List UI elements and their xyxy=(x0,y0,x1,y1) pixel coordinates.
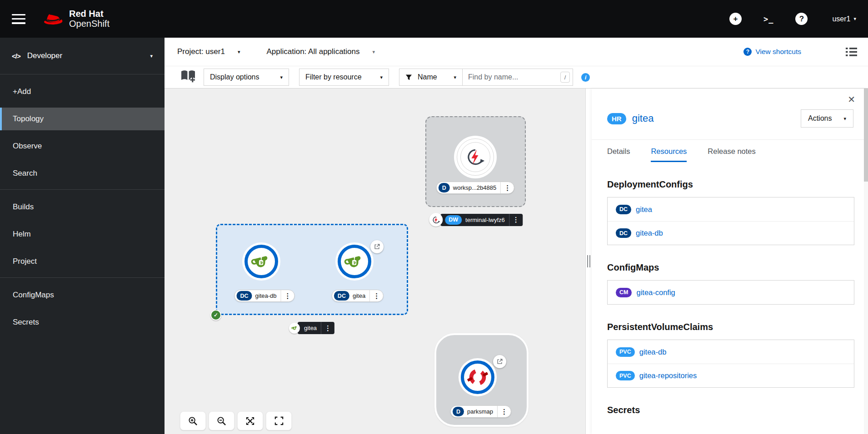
resource-row[interactable]: DC gitea-db xyxy=(608,221,854,245)
resource-list: CM gitea-config xyxy=(607,280,854,305)
brand-line1: Red Hat xyxy=(69,9,110,19)
panel-title[interactable]: gitea xyxy=(632,113,654,124)
name-filter-dropdown[interactable]: Name ▾ xyxy=(399,69,463,86)
configmap-badge: CM xyxy=(616,288,632,297)
workspace-node-label[interactable]: D worksp...2b4885 ⋮ xyxy=(436,182,514,194)
kebab-menu-icon[interactable]: ⋮ xyxy=(509,214,523,226)
sidebar-item-configmaps[interactable]: ConfigMaps xyxy=(0,284,165,306)
topology-canvas[interactable]: D worksp...2b4885 ⋮ DW terminal-lwyfz6 ⋮ xyxy=(165,89,586,434)
node-parksmap[interactable] xyxy=(461,360,494,394)
tab-release-notes[interactable]: Release notes xyxy=(708,140,756,162)
tab-resources[interactable]: Resources xyxy=(651,140,687,162)
zoom-in-button[interactable] xyxy=(180,411,206,430)
node-parksmap-label[interactable]: D parksmap ⋮ xyxy=(450,405,511,418)
tab-details[interactable]: Details xyxy=(607,140,630,162)
filter-by-resource-dropdown[interactable]: Filter by resource ▾ xyxy=(299,69,389,86)
guided-tour-icon[interactable] xyxy=(180,69,196,85)
external-link-icon xyxy=(496,358,503,365)
chevron-down-icon: ▾ xyxy=(373,49,375,54)
sidebar-item-secrets[interactable]: Secrets xyxy=(0,311,165,334)
nav-toggle-icon[interactable] xyxy=(12,14,25,24)
open-url-decorator[interactable] xyxy=(493,355,506,368)
canvas-controls xyxy=(180,411,292,430)
sidebar-item-add[interactable]: +Add xyxy=(0,80,165,103)
kebab-menu-icon[interactable]: ⋮ xyxy=(497,406,511,417)
help-icon[interactable]: ? xyxy=(795,13,808,25)
resource-link[interactable]: gitea-config xyxy=(636,288,675,297)
fit-to-screen-button[interactable] xyxy=(237,411,263,430)
actions-dropdown[interactable]: Actions ▾ xyxy=(801,109,853,128)
application-selector[interactable]: Application: All applications ▾ xyxy=(266,47,375,56)
sidebar-item-project[interactable]: Project xyxy=(0,250,165,273)
openshift-icon xyxy=(467,366,489,388)
user-menu[interactable]: user1 ▾ xyxy=(832,15,856,23)
view-shortcuts-label: View shortcuts xyxy=(755,48,801,56)
resource-row[interactable]: DC gitea xyxy=(608,197,854,221)
application-selector-label: Application: All applications xyxy=(266,47,359,56)
name-filter-label: Name xyxy=(418,73,437,81)
kebab-menu-icon[interactable]: ⋮ xyxy=(321,322,334,334)
open-url-decorator[interactable] xyxy=(370,240,384,253)
kebab-menu-icon[interactable]: ⋮ xyxy=(369,290,383,301)
resource-link[interactable]: gitea-db xyxy=(639,348,667,356)
sidebar-item-builds[interactable]: Builds xyxy=(0,196,165,218)
quick-create-icon[interactable]: + xyxy=(729,13,742,25)
display-options-dropdown[interactable]: Display options ▾ xyxy=(204,69,289,86)
node-gitea-db[interactable] xyxy=(244,245,278,278)
resource-row[interactable]: PVC gitea-repositories xyxy=(608,364,854,387)
resource-list: PVC gitea-db PVC gitea-repositories xyxy=(607,340,854,388)
kebab-menu-icon[interactable]: ⋮ xyxy=(500,182,514,193)
scrollbar-thumb[interactable] xyxy=(864,89,868,182)
node-gitea[interactable] xyxy=(338,245,371,278)
zoom-out-icon xyxy=(217,416,226,426)
node-gitea-label[interactable]: DC gitea ⋮ xyxy=(332,290,384,302)
reset-view-icon xyxy=(274,416,284,425)
workspace-node[interactable] xyxy=(454,136,497,178)
redhat-fedora-icon xyxy=(43,11,64,27)
deploymentconfig-badge: DC xyxy=(236,291,252,301)
section-heading-deploymentconfigs: DeploymentConfigs xyxy=(607,179,854,190)
gitea-icon xyxy=(291,325,298,331)
chevron-down-icon: ▾ xyxy=(150,54,153,59)
sidebar-divider xyxy=(0,189,165,190)
view-shortcuts-link[interactable]: ? View shortcuts xyxy=(743,48,801,56)
sidebar-item-helm[interactable]: Helm xyxy=(0,223,165,246)
sidebar-item-search[interactable]: Search xyxy=(0,162,165,185)
brand-logo[interactable]: Red Hat OpenShift xyxy=(43,9,110,29)
resource-link[interactable]: gitea-repositories xyxy=(639,371,697,380)
perspective-switcher[interactable]: </> Developer ▾ xyxy=(0,38,165,74)
section-heading-persistentvolumeclaims: PersistentVolumeClaims xyxy=(607,322,854,332)
sidebar-item-observe[interactable]: Observe xyxy=(0,135,165,158)
resource-link[interactable]: gitea-db xyxy=(636,229,663,237)
resource-link[interactable]: gitea xyxy=(636,205,652,214)
node-parksmap-name: parksmap xyxy=(464,408,497,415)
project-selector[interactable]: Project: user1 ▾ xyxy=(177,47,240,56)
reset-view-button[interactable] xyxy=(266,411,292,430)
application-group-name: gitea xyxy=(302,325,321,331)
find-by-name-input[interactable] xyxy=(463,69,573,86)
chevron-down-icon: ▾ xyxy=(380,75,383,80)
perspective-label: Developer xyxy=(27,51,63,60)
node-gitea-db-label[interactable]: DC gitea-db ⋮ xyxy=(234,290,294,302)
info-icon[interactable]: i xyxy=(581,73,590,82)
question-circle-icon: ? xyxy=(743,48,752,56)
terminal-workspace-label[interactable]: DW terminal-lwyfz6 ⋮ xyxy=(429,213,523,227)
close-icon[interactable]: ✕ xyxy=(848,94,855,105)
sidebar-item-topology[interactable]: Topology xyxy=(0,108,165,130)
resource-row[interactable]: CM gitea-config xyxy=(608,281,854,304)
application-group-label[interactable]: gitea ⋮ xyxy=(289,322,334,334)
display-options-label: Display options xyxy=(210,73,259,81)
panel-resize-handle[interactable] xyxy=(586,89,592,434)
zoom-out-button[interactable] xyxy=(209,411,234,430)
project-selector-label: Project: user1 xyxy=(177,47,225,56)
resource-side-panel: ✕ HR gitea Actions ▾ Details Resources R… xyxy=(592,89,868,434)
workspace-node-name: worksp...2b4885 xyxy=(450,184,500,191)
list-view-toggle[interactable] xyxy=(846,48,857,56)
web-terminal-icon[interactable]: >_ xyxy=(763,15,773,24)
list-view-icon xyxy=(846,48,857,56)
kebab-menu-icon[interactable]: ⋮ xyxy=(281,290,294,301)
filter-funnel-icon xyxy=(405,74,412,81)
resource-row[interactable]: PVC gitea-db xyxy=(608,340,854,364)
topology-toolbar: Display options ▾ Filter by resource ▾ N… xyxy=(165,66,868,89)
masthead: Red Hat OpenShift + >_ ? user1 ▾ xyxy=(0,0,868,38)
